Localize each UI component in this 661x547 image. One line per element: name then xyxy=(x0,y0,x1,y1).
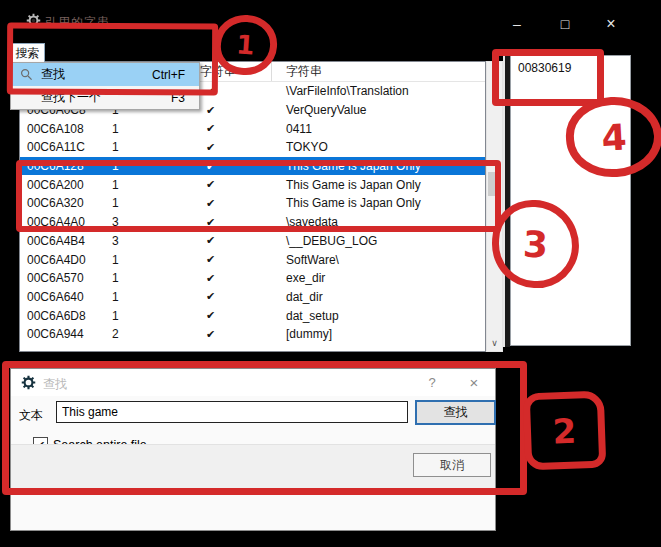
table-body: ✔ \VarFileInfo\Translation 00C6A0C8 1 ✔ … xyxy=(20,82,485,344)
cell-string: This Game is Japan Only xyxy=(271,159,485,173)
check-icon: ✔ xyxy=(196,197,271,210)
check-icon: ✔ xyxy=(196,178,271,191)
magnifier-icon xyxy=(11,68,41,81)
cell-address: 00C6A4B4 xyxy=(20,234,106,248)
cell-string: dat_dir xyxy=(271,290,485,304)
cell-count: 3 xyxy=(106,215,196,229)
search-menu-dropdown: 查找 Ctrl+F 查找下一个 F3 xyxy=(10,62,200,110)
check-icon: ✔ xyxy=(196,234,271,247)
cell-count: 1 xyxy=(106,178,196,192)
table-row[interactable]: 00C6A6D8 1 ✔ dat_setup xyxy=(20,306,485,325)
cell-string: SoftWare\ xyxy=(271,253,485,267)
cell-string: dat_setup xyxy=(271,309,485,323)
check-icon: ✔ xyxy=(196,122,271,135)
cell-address: 00C6A6D8 xyxy=(20,309,106,323)
cell-count: 1 xyxy=(106,140,196,154)
panel-splitter[interactable] xyxy=(503,55,510,347)
cell-address: 00C6A108 xyxy=(20,122,106,136)
close-button[interactable]: × xyxy=(594,12,628,36)
minimize-button[interactable]: – xyxy=(500,12,534,36)
check-icon: ✔ xyxy=(196,216,271,229)
dialog-title: 查找 xyxy=(43,376,67,393)
cell-string: \__DEBUG_LOG xyxy=(271,234,485,248)
scroll-up-icon[interactable]: ∧ xyxy=(487,62,502,78)
cell-count: 1 xyxy=(106,196,196,210)
check-icon: ✔ xyxy=(196,272,271,285)
find-button[interactable]: 查找 xyxy=(415,400,496,425)
search-text-input[interactable] xyxy=(56,401,408,423)
dialog-close-icon[interactable]: × xyxy=(461,372,487,392)
cell-string: TOKYO xyxy=(271,140,485,154)
cell-count: 2 xyxy=(106,327,196,341)
maximize-button[interactable]: □ xyxy=(548,12,582,36)
cell-address: 00C6A320 xyxy=(20,196,106,210)
cell-count: 3 xyxy=(106,234,196,248)
table-row[interactable]: 00C6A11C 1 ✔ TOKYO xyxy=(20,138,485,157)
offset-value: 00830619 xyxy=(518,61,630,75)
menu-item-find-next[interactable]: 查找下一个 F3 xyxy=(11,86,199,109)
table-row[interactable]: 00C6A4B4 3 ✔ \__DEBUG_LOG xyxy=(20,232,485,251)
menu-item-label: 查找 xyxy=(41,66,152,83)
check-icon: ✔ xyxy=(196,309,271,322)
cell-string: VerQueryValue xyxy=(271,103,485,117)
header-flag[interactable]: 字符串 xyxy=(196,62,271,81)
dialog-footer: 取消 xyxy=(11,444,495,488)
cell-address: 00C6A128 xyxy=(20,159,106,173)
scroll-down-icon[interactable]: ∨ xyxy=(487,335,502,351)
table-row[interactable]: 00C6A570 1 ✔ exe_dir xyxy=(20,269,485,288)
menu-item-find[interactable]: 查找 Ctrl+F xyxy=(11,63,199,86)
menu-item-shortcut: F3 xyxy=(171,91,185,105)
cell-address: 00C6A570 xyxy=(20,271,106,285)
table-row[interactable]: 00C6A200 1 ✔ This Game is Japan Only xyxy=(20,175,485,194)
table-row[interactable]: 00C6A128 1 ✔ This Game is Japan Only xyxy=(20,157,485,176)
cancel-button[interactable]: 取消 xyxy=(413,453,491,477)
cell-count: 1 xyxy=(106,290,196,304)
cell-address: 00C6A200 xyxy=(20,178,106,192)
scrollbar-thumb[interactable] xyxy=(488,172,501,196)
check-icon: ✔ xyxy=(196,104,271,117)
cell-count: 1 xyxy=(106,253,196,267)
cell-string: \savedata xyxy=(271,215,485,229)
cell-count: 1 xyxy=(106,271,196,285)
dialog-title-bar: 查找 ? × xyxy=(11,369,495,396)
dialog-body: 文本 查找 ✔ Search entire file 取消 xyxy=(11,396,495,488)
menu-item-shortcut: Ctrl+F xyxy=(152,68,185,82)
find-dialog: 查找 ? × 文本 查找 ✔ Search entire file 取消 xyxy=(10,368,496,531)
menu-search[interactable]: 搜索 xyxy=(10,43,45,64)
annotation-circle-2: 2 xyxy=(523,391,607,471)
table-row[interactable]: 00C6A108 1 ✔ 0411 xyxy=(20,119,485,138)
menu-item-label: 查找下一个 xyxy=(41,89,171,106)
check-icon: ✔ xyxy=(196,253,271,266)
text-field-label: 文本 xyxy=(19,407,43,424)
dialog-gear-icon xyxy=(21,375,36,394)
cell-string: exe_dir xyxy=(271,271,485,285)
table-row[interactable]: 00C6A640 1 ✔ dat_dir xyxy=(20,288,485,307)
cell-string: [dummy] xyxy=(271,327,485,341)
cell-address: 00C6A640 xyxy=(20,290,106,304)
cell-count: 1 xyxy=(106,159,196,173)
check-icon: ✔ xyxy=(196,85,271,98)
screen: 引用的字串 – □ × 搜索 查找 Ctrl+F 查找下一个 F3 字符串 字符… xyxy=(0,0,661,547)
dialog-help-button[interactable]: ? xyxy=(421,372,443,392)
check-icon: ✔ xyxy=(196,328,271,341)
cell-string: 0411 xyxy=(271,122,485,136)
cell-address: 00C6A944 xyxy=(20,327,106,341)
table-row[interactable]: 00C6A320 1 ✔ This Game is Japan Only xyxy=(20,194,485,213)
cell-address: 00C6A4D0 xyxy=(20,253,106,267)
table-row[interactable]: 00C6A4A0 3 ✔ \savedata xyxy=(20,213,485,232)
check-icon: ✔ xyxy=(196,160,271,173)
cell-string: \VarFileInfo\Translation xyxy=(271,84,485,98)
cell-address: 00C6A4A0 xyxy=(20,215,106,229)
cell-count: 1 xyxy=(106,122,196,136)
cell-string: This Game is Japan Only xyxy=(271,178,485,192)
vertical-scrollbar[interactable]: ∧ ∨ xyxy=(486,61,503,352)
cell-address: 00C6A11C xyxy=(20,140,106,154)
cell-count: 1 xyxy=(106,309,196,323)
app-gear-icon xyxy=(26,13,41,32)
check-icon: ✔ xyxy=(196,290,271,303)
table-row[interactable]: 00C6A944 2 ✔ [dummy] xyxy=(20,325,485,344)
table-row[interactable]: 00C6A4D0 1 ✔ SoftWare\ xyxy=(20,250,485,269)
check-icon: ✔ xyxy=(196,141,271,154)
offset-panel[interactable]: 00830619 xyxy=(510,55,631,346)
header-string[interactable]: 字符串 xyxy=(271,62,485,81)
